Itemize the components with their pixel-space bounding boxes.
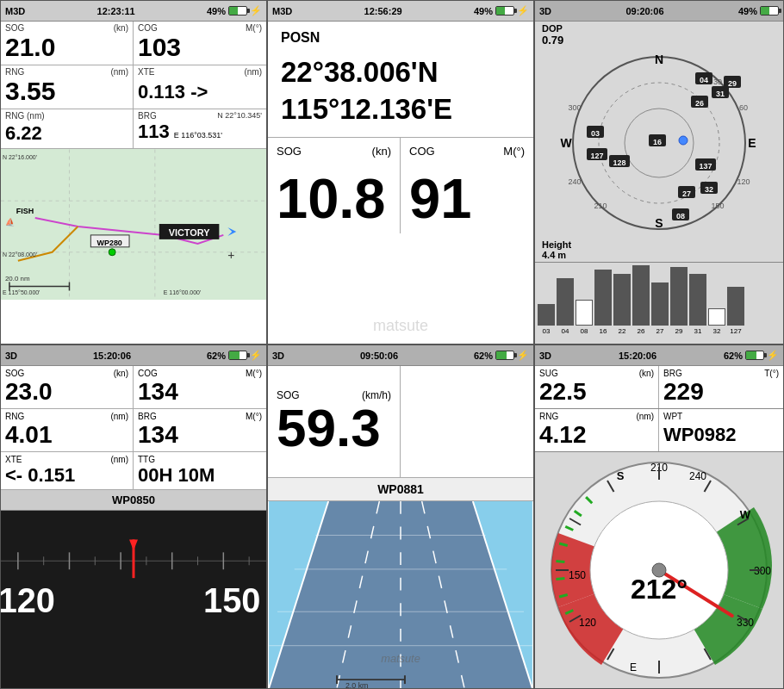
svg-marker-72 (129, 539, 138, 550)
p4-battery-pct: 62% (207, 351, 226, 361)
svg-text:300: 300 (568, 103, 581, 112)
p6-speedo: 150 120 E S 210 240 W 300 330 (535, 452, 783, 688)
p4-rng-value: 4.01 (5, 421, 128, 449)
svg-text:FISH: FISH (16, 207, 34, 215)
p1-rng1-label: RNG (5, 67, 24, 77)
p2-battery-info: 49% ⚡ (474, 5, 529, 16)
svg-text:E 116°00.000': E 116°00.000' (164, 290, 201, 296)
p3-compass-svg: N E S W 30 60 120 150 210 240 300 (556, 48, 762, 238)
p6-time: 15:20:06 (619, 351, 656, 361)
svg-text:29: 29 (728, 79, 737, 88)
main-grid: M3D 12:23:11 49% ⚡ SOG (kn) 21.0 (0, 0, 784, 689)
p4-xte-ttg: XTE (nm) <- 0.151 TTG 00H 10M (1, 452, 266, 490)
p1-brg-unit-n: N 22°10.345' (217, 111, 262, 121)
p4-cog-cell: COG M(°) 134 (134, 366, 266, 408)
p4-heading-area: 120 150 (1, 511, 266, 688)
p6-sug-label: SUG (539, 369, 558, 378)
p4-sog-cell: SOG (kn) 23.0 (1, 366, 134, 408)
p3-height-label: Height (542, 239, 571, 250)
p3-dop-label: DOP (542, 23, 776, 34)
p3-height-value: 4.4 m (542, 250, 566, 260)
p4-sog-label: SOG (5, 369, 24, 378)
bl-127: 127 (727, 327, 744, 335)
p5-wp-label: WP0881 (377, 482, 424, 496)
panel-top-right: 3D 09:20:06 49% DOP 0.79 (534, 0, 784, 344)
svg-text:W: W (740, 508, 751, 521)
p5-sog-row: SOG (km/h) 59.3 (268, 366, 533, 478)
bar-16 (594, 270, 612, 326)
p4-ttg-cell: TTG 00H 10M (134, 452, 266, 489)
p5-highway-svg: matsute 2.0 km (268, 501, 533, 688)
p5-sog-value: 59.3 (277, 401, 391, 455)
panel-top-mid: M3D 12:56:29 49% ⚡ POSN 22°38.006'N 115°… (267, 0, 534, 344)
p2-cog-cell: COG M(°) 91 (401, 138, 533, 233)
svg-text:S: S (617, 469, 625, 482)
p2-sog-unit: (kn) (372, 145, 391, 158)
p3-compass-wrap: N E S W 30 60 120 150 210 240 300 (535, 48, 783, 238)
p4-brg-label: BRG (138, 412, 157, 421)
p3-bar-labels: 03 04 08 16 22 26 27 29 31 32 127 (538, 326, 781, 335)
svg-text:matsute: matsute (381, 652, 420, 665)
p1-rng-xte-row: RNG (nm) 3.55 XTE (nm) 0.113 -> (1, 65, 266, 109)
p6-wpt-label: WPT (663, 412, 682, 421)
p4-wp-label: WP0850 (112, 493, 155, 506)
svg-text:+: + (227, 248, 234, 262)
p3-bars (538, 265, 781, 326)
svg-text:120: 120 (1, 581, 55, 619)
p1-brg-label: BRG (138, 111, 157, 121)
bl-29: 29 (670, 327, 688, 335)
p1-time: 12:23:11 (97, 6, 135, 16)
p6-battery-pct: 62% (724, 351, 743, 361)
p4-battery-info: 62% ⚡ (207, 350, 262, 361)
p1-rng2-value: 6.22 (5, 121, 128, 145)
svg-text:E: E (748, 136, 756, 150)
svg-text:E: E (630, 661, 637, 673)
p2-time: 12:56:29 (364, 6, 402, 16)
svg-text:20.0 nm: 20.0 nm (5, 275, 30, 282)
p4-rng-unit: (nm) (110, 412, 128, 421)
p5-battery-pct: 62% (474, 351, 493, 361)
svg-text:120: 120 (737, 177, 750, 186)
p6-lightning: ⚡ (767, 350, 779, 361)
svg-text:S: S (655, 216, 663, 230)
p6-battery-info: 62% ⚡ (724, 350, 779, 361)
p3-time: 09:20:06 (625, 6, 663, 16)
p4-wp-bar: WP0850 (1, 490, 266, 511)
bar-03 (538, 304, 555, 326)
p3-dop-section: DOP 0.79 (535, 22, 783, 48)
p1-cog-unit: M(°) (246, 23, 262, 33)
p2-mode: M3D (272, 6, 292, 16)
p4-rng-cell: RNG (nm) 4.01 (1, 409, 134, 451)
p3-battery-icon (760, 6, 779, 16)
p4-mode: 3D (5, 351, 17, 361)
svg-text:03: 03 (591, 129, 600, 138)
p6-rng-value: 4.12 (539, 421, 654, 449)
p1-brg-unit-e: E 116°03.531' (174, 131, 222, 140)
p4-heading-svg: 120 150 (1, 511, 266, 688)
p4-ttg-label: TTG (138, 455, 155, 464)
p5-battery-info: 62% ⚡ (474, 350, 529, 361)
p1-xte-value: 0.113 -> (138, 77, 262, 103)
p2-posn-section: POSN 22°38.006'N 115°12.136'E (268, 22, 533, 138)
svg-text:240: 240 (689, 470, 706, 482)
p1-xte-unit: (nm) (244, 67, 262, 77)
p2-header: M3D 12:56:29 49% ⚡ (268, 1, 533, 22)
p1-rng1-value: 3.55 (5, 77, 128, 105)
p3-battery-pct: 49% (738, 6, 757, 16)
bl-26: 26 (632, 327, 650, 335)
svg-text:N 22°16.000': N 22°16.000' (3, 155, 37, 161)
p2-posn-lon: 115°12.136'E (281, 91, 520, 128)
p1-xte-label: XTE (138, 67, 154, 77)
svg-text:137: 137 (699, 162, 712, 171)
svg-text:128: 128 (613, 158, 625, 167)
p4-cog-unit: M(°) (246, 369, 262, 378)
p1-brg-cell: BRG N 22°10.345' 113 E 116°03.531' (134, 109, 266, 148)
bar-127 (727, 287, 744, 326)
bl-31: 31 (689, 327, 706, 335)
p4-battery-icon (228, 351, 247, 360)
p6-rng-cell: RNG (nm) 4.12 (535, 409, 659, 451)
p3-dop-value: 0.79 (542, 34, 776, 47)
p5-sog-cell: SOG (km/h) 59.3 (268, 366, 401, 477)
panel-bot-right: 3D 15:20:06 62% ⚡ SUG (kn) 22.5 (534, 344, 784, 689)
p6-rng-wpt: RNG (nm) 4.12 WPT WP0982 (535, 409, 783, 452)
